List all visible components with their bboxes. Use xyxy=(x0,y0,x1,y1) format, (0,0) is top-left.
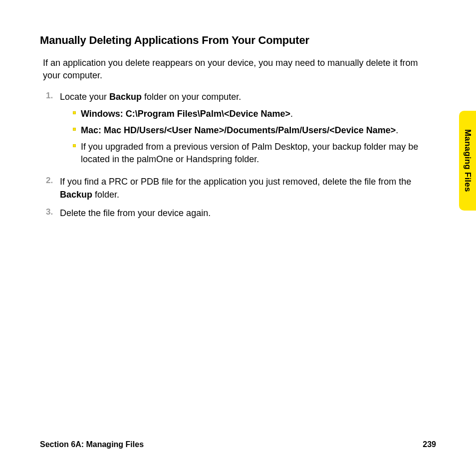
section-side-tab: Managing Files xyxy=(459,111,476,211)
square-bullet-icon xyxy=(73,108,81,120)
sub-item: Mac: Mac HD/Users/<User Name>/Documents/… xyxy=(73,124,436,137)
step-bold: Backup xyxy=(60,190,92,200)
page-footer: Section 6A: Managing Files 239 xyxy=(40,440,436,449)
page-heading: Manually Deleting Applications From Your… xyxy=(40,34,436,47)
step-text: If you find a PRC or PDB file for the ap… xyxy=(60,177,411,187)
step-item: 1. Locate your Backup folder on your com… xyxy=(46,91,436,170)
footer-section-label: Section 6A: Managing Files xyxy=(40,440,144,449)
step-item: 2. If you find a PRC or PDB file for the… xyxy=(46,176,436,201)
page-number: 239 xyxy=(423,440,436,449)
document-page: Manually Deleting Applications From Your… xyxy=(0,0,476,476)
steps-list: 1. Locate your Backup folder on your com… xyxy=(40,91,436,220)
step-body: Locate your Backup folder on your comput… xyxy=(60,91,436,170)
side-tab-label: Managing Files xyxy=(463,129,473,192)
sub-tail: . xyxy=(290,109,293,119)
step-number: 1. xyxy=(46,91,60,170)
square-bullet-icon xyxy=(73,141,81,166)
sub-item-text: Mac: Mac HD/Users/<User Name>/Documents/… xyxy=(81,124,436,137)
step-number: 2. xyxy=(46,176,60,201)
step-bold: Backup xyxy=(109,92,142,102)
sub-item: If you upgraded from a previous version … xyxy=(73,141,436,166)
step-text: Locate your xyxy=(60,92,109,102)
sub-bold: Mac: Mac HD/Users/<User Name>/Documents/… xyxy=(81,125,396,135)
step-item: 3. Delete the file from your device agai… xyxy=(46,207,436,220)
step-text-post: folder. xyxy=(92,190,119,200)
step-number: 3. xyxy=(46,207,60,220)
sub-list: Windows: C:\Program Files\Palm\<Device N… xyxy=(60,108,436,166)
step-body: If you find a PRC or PDB file for the ap… xyxy=(60,176,436,201)
intro-paragraph: If an application you delete reappears o… xyxy=(40,57,436,82)
sub-item-text: Windows: C:\Program Files\Palm\<Device N… xyxy=(81,108,436,120)
step-body: Delete the file from your device again. xyxy=(60,207,436,220)
sub-item-text: If you upgraded from a previous version … xyxy=(81,141,436,166)
sub-item: Windows: C:\Program Files\Palm\<Device N… xyxy=(73,108,436,120)
square-bullet-icon xyxy=(73,124,81,137)
sub-tail: . xyxy=(396,125,398,135)
sub-bold: Windows: C:\Program Files\Palm\<Device N… xyxy=(81,109,290,119)
step-text: Delete the file from your device again. xyxy=(60,208,211,218)
step-text-post: folder on your computer. xyxy=(142,92,241,102)
